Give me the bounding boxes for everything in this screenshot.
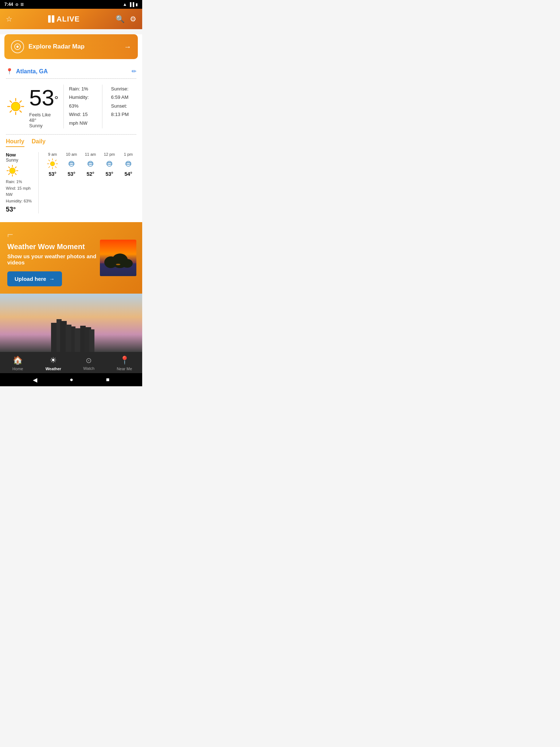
home-button[interactable]: ●: [70, 376, 73, 383]
header-actions: 🔍 ⚙: [116, 15, 136, 23]
radar-banner[interactable]: Explore Radar Map →: [4, 34, 138, 59]
temperature-display: 53°: [29, 85, 58, 111]
nav-weather[interactable]: ☀ Weather: [40, 356, 66, 371]
android-nav: ◀ ● ■: [0, 373, 142, 386]
radar-arrow: →: [124, 43, 131, 51]
svg-line-14: [9, 167, 10, 168]
hourly-wind-icon: [66, 158, 77, 170]
weather-current: 53° Feels Like 48° Sunny Rain: 1% Humidi…: [0, 79, 142, 134]
weather-left: 53° Feels Like 48° Sunny: [6, 85, 58, 128]
wow-left: ⌐ Weather Wow Moment Show us your weathe…: [7, 229, 100, 286]
hourly-wind-icon: [104, 158, 115, 170]
sunrise-value: Sunrise: 6:59 AM: [111, 85, 136, 102]
nav-nearme[interactable]: 📍 Near Me: [112, 356, 137, 371]
location-left: 📍 Atlanta, GA: [6, 68, 48, 75]
svg-line-8: [10, 111, 12, 112]
hourly-time: 9 am: [48, 152, 57, 156]
city-background: [0, 294, 142, 352]
sunset-value: Sunset: 8:13 PM: [111, 102, 136, 119]
vertical-divider-2: [102, 85, 102, 128]
bottom-image-section: [0, 294, 142, 352]
forecast-tabs: Hourly Daily: [0, 135, 142, 149]
hourly-items: 9 am 53°10 am 53°11 am: [43, 152, 142, 213]
svg-line-16: [15, 167, 16, 168]
svg-line-26: [49, 167, 50, 168]
home-icon: 🏠: [13, 356, 23, 365]
weather-icon: ☀: [50, 356, 57, 365]
nav-home[interactable]: 🏠 Home: [5, 356, 31, 371]
hourly-item: 11 am 52°: [81, 152, 100, 213]
wow-corner-icon: ⌐: [7, 229, 100, 240]
hourly-sun-icon: [47, 158, 58, 170]
hourly-item: 9 am 53°: [43, 152, 62, 213]
location-edit-button[interactable]: ✏: [132, 68, 136, 75]
watch-label: Watch: [83, 366, 94, 371]
nav-watch[interactable]: ⊙ Watch: [76, 356, 102, 371]
svg-point-64: [122, 259, 133, 268]
search-button[interactable]: 🔍: [116, 15, 125, 23]
hourly-item: 2 pm 56°: [138, 152, 142, 213]
temp-unit: °: [54, 94, 58, 105]
hourly-wind-icon: [85, 158, 96, 170]
svg-line-25: [55, 160, 57, 161]
radar-banner-left: Explore Radar Map: [11, 40, 85, 53]
wind-value: Wind: 15 mph NW: [69, 110, 97, 127]
time: 7:44: [4, 2, 13, 7]
hourly-item: 10 am 53°: [62, 152, 81, 213]
recent-button[interactable]: ■: [106, 376, 110, 383]
sun-icon: [6, 97, 26, 116]
humidity-value: Humidity: 63%: [69, 93, 97, 110]
notification-icon: ☰: [20, 3, 24, 7]
hourly-wind-icon: [122, 158, 134, 170]
signal-icon: ▐▐: [128, 2, 134, 7]
upload-arrow: →: [49, 276, 55, 282]
settings-button[interactable]: ⚙: [130, 15, 136, 23]
hourly-wind-icon: [141, 158, 142, 170]
location-pin-icon: 📍: [6, 68, 13, 75]
weather-label: Weather: [46, 367, 61, 371]
svg-point-18: [50, 162, 55, 166]
svg-line-23: [49, 160, 50, 161]
tab-hourly[interactable]: Hourly: [6, 138, 24, 147]
main-content: Explore Radar Map → 📍 Atlanta, GA ✏: [0, 34, 142, 352]
logo-icon: [48, 15, 54, 23]
app-icon: ⊙: [15, 3, 18, 7]
svg-point-0: [11, 102, 20, 111]
bottom-nav: 🏠 Home ☀ Weather ⊙ Watch 📍 Near Me: [0, 352, 142, 373]
weather-right: Sunrise: 6:59 AM Sunset: 8:13 PM: [108, 85, 136, 119]
condition: Sunny: [29, 123, 58, 128]
tab-daily[interactable]: Daily: [32, 138, 46, 147]
status-right: ▲ ▐▐ ▮: [123, 2, 138, 7]
hourly-item: 12 pm 53°: [100, 152, 119, 213]
home-label: Home: [12, 367, 23, 371]
upload-button[interactable]: Upload here →: [7, 271, 62, 286]
svg-line-15: [15, 174, 16, 175]
hourly-time: 11 am: [85, 152, 96, 156]
svg-point-65: [116, 264, 120, 265]
app-title: ALIVE: [57, 15, 80, 23]
nearme-label: Near Me: [117, 367, 132, 371]
hourly-temp: 53°: [105, 171, 113, 177]
svg-line-5: [10, 101, 12, 102]
weather-mid: Rain: 1% Humidity: 63% Wind: 15 mph NW: [69, 85, 97, 127]
hourly-scroll[interactable]: Now Sunny Rain: 1% Wind: 15 mph NW Humid…: [0, 149, 142, 218]
wifi-icon: ▲: [123, 2, 127, 7]
hourly-temp: 53°: [67, 171, 75, 177]
hourly-time: 1 pm: [124, 152, 133, 156]
hourly-temp: 54°: [124, 171, 132, 177]
now-rain: Rain: 1%: [6, 179, 34, 185]
hourly-temp: 53°: [48, 171, 56, 177]
bookmark-button[interactable]: ☆: [6, 15, 12, 23]
hourly-item: 1 pm 54°: [119, 152, 138, 213]
upload-label: Upload here: [15, 276, 46, 282]
battery-icon: ▮: [136, 3, 138, 7]
svg-line-6: [20, 111, 21, 112]
back-button[interactable]: ◀: [33, 376, 37, 383]
feels-like: Feels Like 48°: [29, 112, 58, 123]
wow-title: Weather Wow Moment: [7, 243, 100, 251]
location-city[interactable]: Atlanta, GA: [16, 68, 48, 75]
now-humidity: Humidity: 63%: [6, 198, 34, 205]
wow-banner: ⌐ Weather Wow Moment Show us your weathe…: [0, 222, 142, 294]
radar-label: Explore Radar Map: [28, 43, 85, 50]
svg-line-24: [55, 167, 57, 168]
